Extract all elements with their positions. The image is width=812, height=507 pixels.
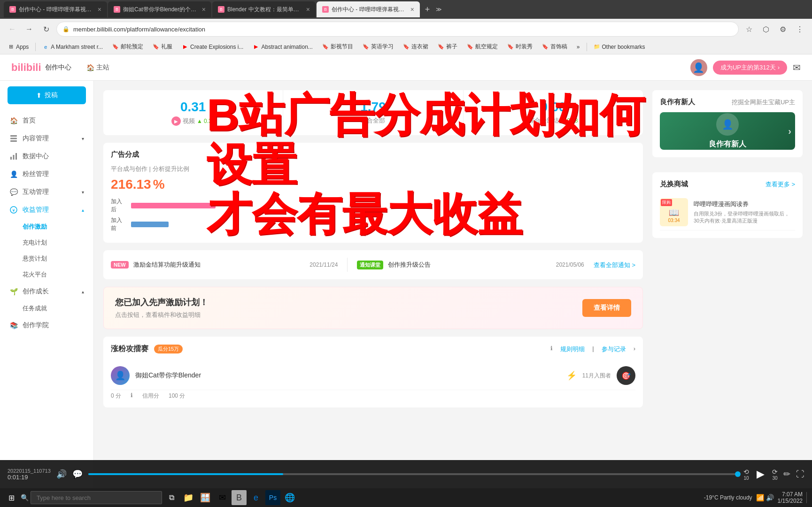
player-fullscreen-icon[interactable]: ⛶	[796, 469, 804, 479]
tab-4[interactable]: B 创作中心 - 哔哩哔哩弹幕视频网 ×	[317, 1, 420, 17]
earnings-desc: 平台成与创作 | 分析提升比例	[111, 165, 635, 173]
reload-button[interactable]: ↻	[39, 23, 53, 36]
page: bilibili 创作中心 🏠 主站 👤 成为UP主的第312天 › ✉ ⬆	[0, 54, 812, 507]
chrome-taskbar[interactable]: 🌐	[282, 490, 297, 505]
chevron-right-icon: ›	[778, 64, 780, 71]
sidebar-item-home[interactable]: 🏠 首页	[0, 112, 93, 130]
header-nav: 🏠 主站	[83, 61, 113, 74]
show-desktop-button[interactable]	[806, 492, 808, 503]
bar-row-before: 加入前	[111, 216, 635, 232]
player-volume-icon[interactable]: 🔊	[56, 469, 67, 479]
tab-3-close[interactable]: ×	[306, 6, 310, 13]
file-explorer-taskbar[interactable]: 📁	[181, 490, 196, 505]
sidebar-sub-bounty[interactable]: 悬赏计划	[23, 251, 93, 267]
bookmark-english[interactable]: 🔖 英语学习	[359, 41, 397, 53]
post-button[interactable]: ⬆ 投稿	[8, 86, 86, 104]
bookmark-youtube-2[interactable]: ▶ Abstract animation...	[249, 41, 316, 53]
tab-4-close[interactable]: ×	[410, 6, 414, 13]
bookmark-fashion-label: 时装秀	[516, 43, 533, 51]
stat-change-3: 0.88	[567, 117, 578, 124]
rules-link[interactable]: 规则明细	[560, 345, 585, 353]
join-text: 您已加入先声激励计划！ 点击按钮，查看稿件和收益明细	[115, 297, 582, 319]
sidebar-item-fans[interactable]: 👤 粉丝管理	[0, 165, 93, 183]
app1-taskbar[interactable]: B	[232, 490, 247, 505]
task-view-button[interactable]: ⧉	[164, 490, 179, 505]
content-main: B站广告分成计划如何设置 才会有最大收益 0.31 ▶ 视频 ▲ 0.31	[94, 81, 652, 507]
volume-icon[interactable]: 🔊	[766, 494, 774, 501]
bookmark-aviation[interactable]: 🔖 航空规定	[463, 41, 502, 53]
up-days-button[interactable]: 成为UP主的第312天 ›	[713, 61, 787, 75]
join-details-button[interactable]: 查看详情	[582, 299, 631, 317]
tab-2[interactable]: B 御姐Cat带你学Blender的个人空... ×	[108, 1, 211, 17]
stats-row: 0.31 ▶ 视频 ▲ 0.31 1.79 综合全部	[103, 90, 643, 135]
store-taskbar[interactable]: 🪟	[198, 490, 213, 505]
tab-overflow[interactable]: ≫	[436, 6, 442, 13]
new-tab-button[interactable]: +	[421, 3, 434, 16]
sidebar-sub-creation-incentive[interactable]: 创作激励	[23, 219, 93, 235]
back-button[interactable]: ←	[6, 23, 19, 36]
photoshop-taskbar[interactable]: Ps	[265, 490, 280, 505]
bookmark-pants[interactable]: 🔖 裤子	[434, 41, 461, 53]
sidebar-item-data[interactable]: 数据中心	[0, 147, 93, 165]
more-button[interactable]: ⋮	[793, 23, 806, 36]
url-input[interactable]: 🔒 member.bilibili.com/platform/allowance…	[56, 22, 739, 37]
sidebar-item-interact[interactable]: 💬 互动管理 ▾	[0, 183, 93, 201]
bookmark-cruise[interactable]: 🔖 邮轮预定	[108, 41, 147, 53]
mail-taskbar[interactable]: ✉	[215, 490, 230, 505]
promo-title: 良作有新人	[660, 98, 695, 107]
sidebar-sub-huahuo[interactable]: 花火平台	[23, 267, 93, 283]
tab-1-close[interactable]: ×	[98, 6, 101, 13]
sidebar-item-content[interactable]: 内容管理 ▾	[0, 130, 93, 147]
bookmark-jewelry[interactable]: 🔖 首饰稿	[538, 41, 571, 53]
bookmark-apps[interactable]: ⊞ Apps	[4, 41, 32, 53]
network-icon[interactable]: 📶	[756, 494, 764, 501]
avatar[interactable]: 👤	[690, 59, 707, 76]
player-subtitle-icon[interactable]: 💬	[72, 469, 83, 479]
tab-3[interactable]: B Blender 中文教程：最简单的黑... ×	[212, 1, 316, 17]
interact-arrow-icon: ▾	[82, 190, 84, 195]
clock[interactable]: 7:07 AM 1/15/2022	[778, 491, 803, 504]
sidebar-item-academy[interactable]: 📚 创作学院	[0, 316, 93, 334]
bookmark-fashion[interactable]: 🔖 时装秀	[503, 41, 536, 53]
start-button[interactable]: ⊞	[4, 490, 19, 505]
upload-icon: ⬆	[36, 92, 42, 99]
sidebar-sub-charging[interactable]: 充电计划	[23, 235, 93, 251]
promo-image[interactable]: 👤 良作有新人 ›	[660, 112, 795, 150]
bookmark-markham[interactable]: e A Markham street r...	[39, 41, 107, 53]
homepage-link[interactable]: 🏠 主站	[83, 61, 113, 74]
exchange-more-link[interactable]: 查看更多 >	[766, 180, 795, 189]
extensions-button[interactable]: ⚙	[776, 23, 789, 36]
bookmark-apps-label: Apps	[16, 44, 29, 50]
notif-link-wrapper: 查看全部通知 >	[594, 261, 635, 269]
tab-1[interactable]: B 创作中心 - 哔哩哔哩弹幕视频网 ×	[4, 1, 107, 17]
bookmark-other[interactable]: 📁 Other bookmarks	[590, 41, 649, 53]
forward-button[interactable]: ⟳ 30	[772, 468, 778, 481]
stat-box-2: 1.79 综合全部	[283, 90, 463, 135]
sidebar-item-earnings[interactable]: ¥ 收益管理 ▴	[0, 201, 93, 219]
bookmark-star[interactable]: ☆	[742, 23, 756, 36]
notif-all-link[interactable]: 查看全部通知 >	[594, 261, 635, 269]
history-link[interactable]: 参与记录	[602, 345, 626, 353]
bookmark-overflow-btn[interactable]: »	[573, 41, 584, 53]
message-icon[interactable]: ✉	[793, 62, 801, 73]
promo-next-icon[interactable]: ›	[788, 126, 791, 137]
bookmark-dress2[interactable]: 🔖 连衣裙	[399, 41, 432, 53]
taskbar-search-input[interactable]	[31, 491, 162, 504]
earnings-title: 广告分成	[111, 150, 635, 159]
bookmark-youtube-1[interactable]: ▶ Create Explosions i...	[178, 41, 247, 53]
edge-taskbar[interactable]: e	[248, 490, 263, 505]
player-edit-icon[interactable]: ✏	[783, 469, 790, 479]
forward-button[interactable]: →	[23, 23, 36, 36]
promo-inner: 👤 良作有新人	[709, 113, 746, 149]
cast-button[interactable]: ⬡	[759, 23, 773, 36]
earnings-left: 广告分成 平台成与创作 | 分析提升比例 216.13 % 加入后	[111, 150, 635, 235]
tab-2-close[interactable]: ×	[202, 6, 206, 13]
bookmark-tv[interactable]: 🔖 影视节目	[318, 41, 357, 53]
credit-label: 信用分	[142, 392, 159, 400]
player-progress-bar[interactable]	[88, 473, 738, 475]
rewind-button[interactable]: ⟲ 10	[743, 468, 749, 481]
bookmark-dress[interactable]: 🔖 礼服	[149, 41, 176, 53]
sidebar-sub-task[interactable]: 任务成就	[23, 300, 93, 316]
play-button[interactable]: ▶	[757, 468, 765, 480]
sidebar-item-growth[interactable]: 🌱 创作成长 ▴	[0, 283, 93, 300]
